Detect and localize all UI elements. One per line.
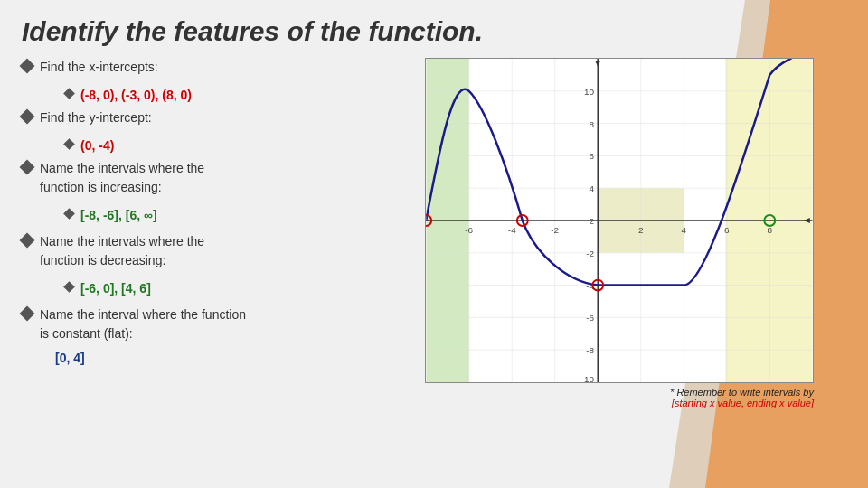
svg-text:6: 6 bbox=[724, 225, 730, 235]
svg-text:2: 2 bbox=[638, 225, 644, 235]
svg-text:2: 2 bbox=[590, 216, 595, 226]
constant-value: [0, 4] bbox=[55, 349, 410, 368]
graph-panel: -6 -4 -2 2 4 6 8 10 8 6 4 2 bbox=[425, 58, 846, 408]
increasing-value: [-8, -6], [6, ∞] bbox=[80, 206, 410, 225]
x-intercepts-value: (-8, 0), (-3, 0), (8, 0) bbox=[80, 86, 410, 105]
svg-text:10: 10 bbox=[584, 87, 595, 97]
svg-text:4: 4 bbox=[590, 183, 595, 193]
svg-text:-6: -6 bbox=[586, 313, 594, 323]
y-intercept-value: (0, -4) bbox=[80, 136, 410, 155]
diamond-icon-3 bbox=[20, 160, 35, 175]
x-intercepts-label: Find the x-intercepts: bbox=[40, 58, 410, 77]
note-line2: [starting x value, ending x value] bbox=[672, 398, 814, 408]
bullet-y-intercept: Find the y-intercept: bbox=[22, 108, 410, 127]
svg-text:-8: -8 bbox=[586, 345, 594, 355]
bullet-constant: Name the interval where the functionis c… bbox=[22, 305, 410, 343]
y-intercept-label: Find the y-intercept: bbox=[40, 108, 410, 127]
constant-value-row: [0, 4] bbox=[47, 349, 410, 368]
page-title: Identify the features of the function. bbox=[22, 16, 846, 47]
svg-text:-2: -2 bbox=[551, 225, 559, 235]
svg-text:4: 4 bbox=[682, 225, 687, 235]
sub-diamond-icon-3 bbox=[63, 208, 75, 220]
diamond-icon-2 bbox=[20, 109, 35, 125]
decreasing-value: [-6, 0], [4, 6] bbox=[80, 279, 410, 298]
svg-text:8: 8 bbox=[590, 119, 595, 129]
svg-text:6: 6 bbox=[590, 151, 595, 161]
bullet-increasing: Name the intervals where thefunction is … bbox=[22, 159, 410, 197]
increasing-value-row: [-8, -6], [6, ∞] bbox=[47, 206, 410, 225]
decreasing-label: Name the intervals where thefunction is … bbox=[40, 232, 410, 270]
svg-text:-4: -4 bbox=[508, 225, 516, 235]
sub-diamond-icon bbox=[63, 88, 75, 99]
x-intercepts-value-row: (-8, 0), (-3, 0), (8, 0) bbox=[47, 86, 410, 105]
bullet-x-intercepts: Find the x-intercepts: bbox=[22, 58, 410, 77]
svg-text:-6: -6 bbox=[465, 225, 473, 235]
increasing-label: Name the intervals where thefunction is … bbox=[40, 159, 410, 197]
graph-svg: -6 -4 -2 2 4 6 8 10 8 6 4 2 bbox=[426, 59, 813, 382]
diamond-icon-4 bbox=[20, 233, 35, 249]
constant-label: Name the interval where the functionis c… bbox=[40, 305, 410, 343]
graph-note: * Remember to write intervals by [starti… bbox=[425, 387, 814, 408]
bullet-decreasing: Name the intervals where thefunction is … bbox=[22, 232, 410, 270]
svg-text:-10: -10 bbox=[581, 374, 595, 382]
svg-text:-2: -2 bbox=[586, 249, 594, 258]
graph-container: -6 -4 -2 2 4 6 8 10 8 6 4 2 bbox=[425, 58, 814, 383]
sub-diamond-icon-2 bbox=[63, 138, 75, 150]
svg-marker-44 bbox=[595, 61, 600, 67]
diamond-icon bbox=[20, 59, 35, 74]
diamond-icon-5 bbox=[20, 306, 35, 322]
y-intercept-value-row: (0, -4) bbox=[47, 136, 410, 155]
note-line1: * Remember to write intervals by bbox=[670, 387, 814, 398]
decreasing-value-row: [-6, 0], [4, 6] bbox=[47, 279, 410, 298]
left-panel: Find the x-intercepts: (-8, 0), (-3, 0),… bbox=[22, 58, 410, 371]
sub-diamond-icon-4 bbox=[63, 281, 75, 293]
